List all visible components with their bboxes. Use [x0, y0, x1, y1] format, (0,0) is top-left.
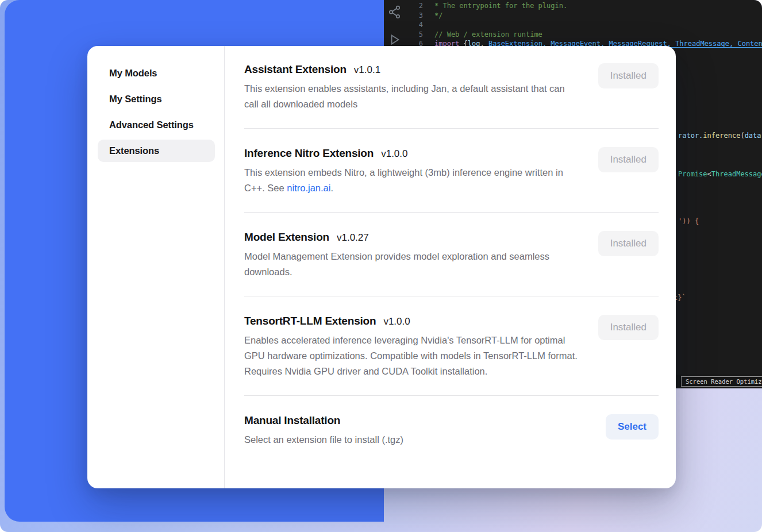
line-number: 4	[414, 20, 423, 30]
extension-name: Inference Nitro Extension	[244, 147, 374, 160]
extension-description: This extension embeds Nitro, a lightweig…	[244, 165, 578, 196]
code-comment: // Web / extension runtime	[434, 30, 542, 40]
sidebar-item-advanced-settings[interactable]: Advanced Settings	[98, 114, 215, 136]
extension-description: This extension enables assistants, inclu…	[244, 81, 578, 112]
extension-description: Enables accelerated inference leveraging…	[244, 333, 578, 379]
code-fragment: Promise<ThreadMessage>	[678, 170, 762, 178]
code-fragment: ')) {	[678, 217, 699, 225]
extension-description: Model Management Extension provides mode…	[244, 249, 578, 280]
code-fragment: rator.inference(data));	[678, 132, 762, 140]
extension-version: v1.0.1	[354, 64, 380, 76]
sidebar-item-my-settings[interactable]: My Settings	[98, 88, 215, 110]
sidebar-item-my-models[interactable]: My Models	[98, 62, 215, 84]
code-area: 2 * The entrypoint for the plugin. 3 */ …	[414, 1, 762, 49]
git-branch-icon[interactable]	[387, 5, 402, 20]
code-comment: */	[434, 11, 442, 21]
select-file-button[interactable]: Select	[606, 414, 659, 440]
extension-name: Model Extension	[244, 231, 329, 244]
extension-version: v1.0.0	[381, 148, 407, 160]
settings-modal: My Models My Settings Advanced Settings …	[87, 46, 676, 488]
extensions-panel: Assistant Extension v1.0.1 This extensio…	[225, 46, 676, 488]
code-line: 5 // Web / extension runtime	[414, 30, 762, 40]
settings-sidebar: My Models My Settings Advanced Settings …	[87, 46, 225, 488]
extension-row-model: Model Extension v1.0.27 Model Management…	[244, 213, 659, 296]
manual-installation-description: Select an extension file to install (.tg…	[244, 432, 403, 448]
extension-version: v1.0.0	[383, 316, 410, 327]
extension-row-assistant: Assistant Extension v1.0.1 This extensio…	[244, 46, 659, 128]
extension-name: TensortRT-LLM Extension	[244, 315, 376, 327]
page: 2 * The entrypoint for the plugin. 3 */ …	[0, 0, 762, 532]
line-number: 2	[414, 1, 423, 11]
extension-row-nitro: Inference Nitro Extension v1.0.0 This ex…	[244, 129, 659, 212]
code-comment: * The entrypoint for the plugin.	[434, 1, 567, 11]
manual-installation-row: Manual Installation Select an extension …	[244, 396, 659, 460]
extension-version: v1.0.27	[337, 232, 369, 244]
manual-installation-title: Manual Installation	[244, 414, 340, 427]
editor-toolbar	[387, 5, 402, 47]
code-line: 4	[414, 20, 762, 30]
code-line: 2 * The entrypoint for the plugin.	[414, 1, 762, 11]
installed-button[interactable]: Installed	[598, 315, 659, 340]
installed-button[interactable]: Installed	[598, 147, 659, 172]
extension-name: Assistant Extension	[244, 63, 347, 76]
extension-row-tensorrt: TensortRT-LLM Extension v1.0.0 Enables a…	[244, 296, 659, 395]
nitro-link[interactable]: nitro.jan.ai	[287, 183, 330, 193]
run-debug-icon[interactable]	[387, 32, 402, 47]
code-line: 3 */	[414, 11, 762, 21]
installed-button[interactable]: Installed	[598, 63, 659, 88]
line-number: 3	[414, 11, 423, 21]
sidebar-item-extensions[interactable]: Extensions	[98, 140, 215, 162]
installed-button[interactable]: Installed	[598, 231, 659, 256]
line-number: 5	[414, 30, 423, 40]
screen-reader-badge[interactable]: Screen Reader Optimize	[681, 376, 762, 387]
